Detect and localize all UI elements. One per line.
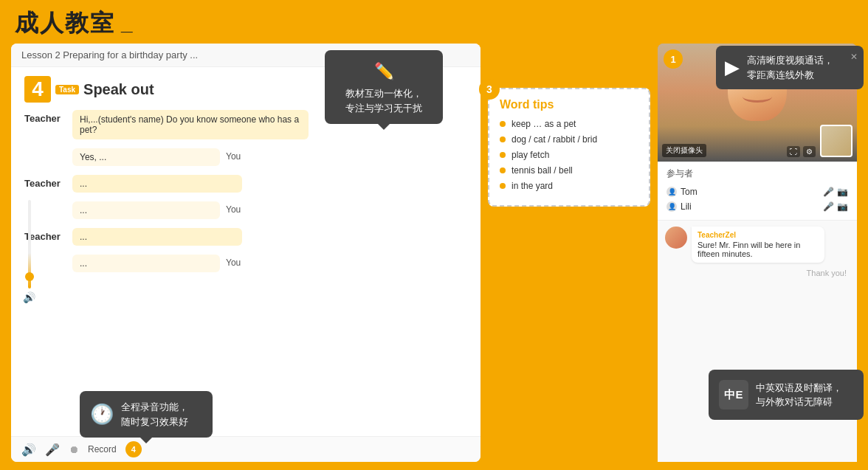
dialogue-row-3: Teacher ... (24, 175, 467, 193)
record-tooltip-icon: 🕐 (90, 400, 114, 429)
word-tips-title: Word tips (500, 98, 638, 111)
chat-text: Sure! Mr. Finn will be here in fifteen m… (698, 241, 800, 258)
word-tip-3: play fetch (500, 150, 638, 160)
speaker-bottom-icon: 🔊 (21, 443, 36, 457)
chat-bubble: TeacherZel Sure! Mr. Finn will be here i… (692, 227, 824, 263)
record-label: Record (88, 444, 117, 455)
you-label-1: You (226, 151, 241, 162)
tooltip-pencil: ✏️ 教材互动一体化， 专注与学习无干扰 (325, 50, 443, 124)
tom-cam-icon[interactable]: 📷 (837, 187, 848, 197)
participant-name-tom: 👤 Tom (666, 187, 698, 197)
lili-icons: 🎤 📷 (823, 201, 848, 212)
tooltip-video-close[interactable]: ✕ (850, 50, 858, 63)
participants-section: 参与者 👤 Tom 🎤 📷 👤 Lili 🎤 📷 (658, 162, 857, 220)
bullet-4 (500, 167, 506, 173)
user-icon-tom: 👤 (666, 187, 677, 197)
translate-tooltip-line2: 与外教对话无障碍 (756, 395, 842, 409)
video-tooltip-text: 高清晰度视频通话， 零距离连线外教 (747, 53, 833, 82)
video-settings-icon[interactable]: ⚙ (803, 146, 816, 157)
video-tooltip-line1: 高清晰度视频通话， (747, 53, 833, 68)
tom-icons: 🎤 📷 (823, 187, 848, 197)
you-bubble-1: Yes, ... (72, 148, 220, 166)
video-tooltip-icon: ▶ (725, 53, 740, 82)
you-bubble-2: ... (72, 201, 220, 219)
lili-mic-icon[interactable]: 🎤 (823, 201, 834, 212)
dialogue: Teacher Hi,...(student's name) Do you kn… (24, 110, 467, 272)
translate-icon-box: 中E (719, 380, 748, 409)
tom-mic-icon[interactable]: 🎤 (823, 187, 834, 197)
video-tooltip-line2: 零距离连线外教 (747, 68, 833, 83)
chat-avatar (665, 227, 687, 249)
teacher-bubble-1: Hi,...(student's name) Do you know someo… (72, 110, 309, 139)
record-circle-icon[interactable]: ⏺ (69, 443, 79, 455)
participants-title: 参与者 (666, 167, 848, 180)
participant-row-tom: 👤 Tom 🎤 📷 (666, 184, 848, 199)
record-tooltip-line2: 随时复习效果好 (121, 415, 188, 429)
mic-icon[interactable]: 🎤 (45, 443, 60, 457)
header: 成人教室 _ (0, 0, 868, 44)
volume-slider[interactable]: 🔊 (23, 200, 35, 318)
participant-row-lili: 👤 Lili 🎤 📷 (666, 199, 848, 214)
dialogue-row-5: Teacher ... (24, 228, 467, 246)
task-badge: Task (55, 85, 79, 94)
translate-tooltip-line1: 中英双语及时翻译， (756, 381, 842, 395)
user-icon-lili: 👤 (666, 201, 677, 212)
you-label-2: You (226, 204, 241, 215)
bullet-3 (500, 152, 506, 158)
tooltip-translate: 中E 中英双语及时翻译， 与外教对话无障碍 (709, 370, 864, 420)
dialogue-row-6: ... You (24, 255, 467, 272)
chat-sender: TeacherZel (698, 231, 819, 239)
lili-cam-icon[interactable]: 📷 (837, 201, 848, 212)
record-tooltip-text: 全程录音功能， 随时复习效果好 (121, 400, 188, 429)
word-tips-circle: 3 (479, 79, 500, 100)
video-expand-icon[interactable]: ⛶ (787, 146, 800, 157)
word-tips-panel: 3 Word tips keep … as a pet dog / cat / … (488, 88, 650, 207)
bullet-2 (500, 136, 506, 142)
bottom-circle-4: 4 (125, 441, 142, 457)
dialogue-row-2: Yes, ... You (24, 148, 467, 166)
speaker-1: Teacher (24, 113, 72, 124)
teacher-bubble-2: ... (72, 175, 242, 193)
word-tip-4: tennis ball / bell (500, 165, 638, 176)
teacher-bubble-3: ... (72, 228, 242, 246)
participant-name-lili: 👤 Lili (666, 201, 692, 212)
pencil-tooltip-icon: ✏️ (336, 59, 432, 83)
word-tip-5: in the yard (500, 181, 638, 191)
pencil-tooltip-line1: 教材互动一体化， (336, 86, 432, 101)
word-tip-1: keep … as a pet (500, 119, 638, 129)
lesson-bottom-bar: 🔊 🎤 ⏺ Record 4 (11, 436, 480, 462)
bullet-1 (500, 121, 506, 127)
video-icons-row: ⛶ ⚙ (787, 146, 816, 157)
speaker-3: Teacher (24, 178, 72, 189)
task-title: Speak out (83, 81, 154, 98)
record-button[interactable]: Record (88, 444, 117, 455)
word-tips-container: 3 Word tips keep … as a pet dog / cat / … (488, 44, 650, 462)
you-label-3: You (226, 258, 241, 268)
tooltip-record: 🕐 全程录音功能， 随时复习效果好 (80, 391, 213, 438)
chat-bottom-text: Thank you! (665, 269, 850, 277)
small-video-thumbnail (820, 125, 852, 157)
header-underline: _ (121, 12, 133, 35)
slider-track (28, 200, 31, 288)
close-camera-btn[interactable]: 关闭摄像头 (662, 144, 706, 157)
app-title: 成人教室 (15, 7, 115, 40)
slider-thumb (25, 272, 34, 281)
tooltip-video: ▶ 高清晰度视频通话， 零距离连线外教 ✕ (716, 46, 864, 89)
tom-name: Tom (681, 187, 698, 197)
pencil-tooltip-line2: 专注与学习无干扰 (336, 101, 432, 116)
record-tooltip-line1: 全程录音功能， (121, 400, 188, 415)
bullet-5 (500, 183, 506, 189)
chat-message: TeacherZel Sure! Mr. Finn will be here i… (665, 227, 850, 263)
word-tip-2: dog / cat / rabbit / brid (500, 134, 638, 145)
lili-name: Lili (681, 201, 692, 212)
you-bubble-3: ... (72, 255, 220, 272)
chat-section: TeacherZel Sure! Mr. Finn will be here i… (658, 220, 857, 462)
volume-icon: 🔊 (23, 291, 35, 303)
dialogue-row-4: ... You (24, 201, 467, 219)
task-number: 4 (24, 76, 51, 103)
video-overlay-num: 1 (664, 49, 683, 69)
translate-tooltip-text: 中英双语及时翻译， 与外教对话无障碍 (756, 381, 842, 409)
smile (743, 91, 772, 103)
